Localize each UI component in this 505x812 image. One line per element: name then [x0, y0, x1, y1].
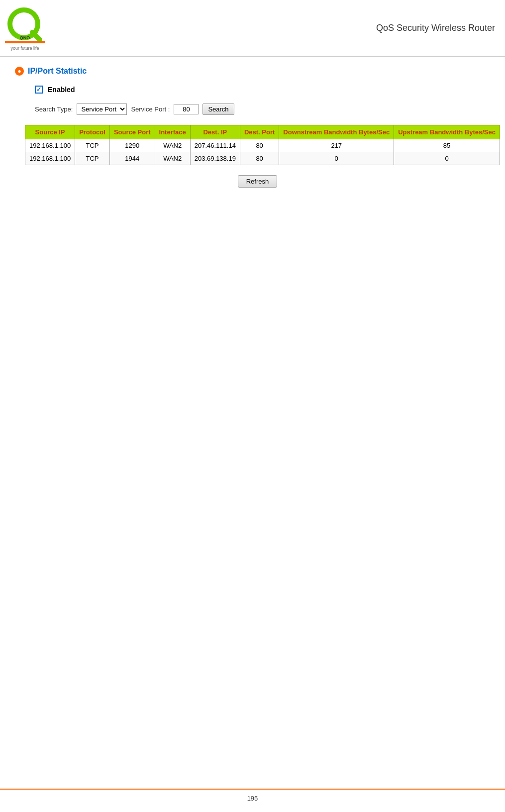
logo-tagline: your future life: [10, 46, 39, 51]
svg-line-1: [32, 32, 40, 40]
qno-logo: QNO your future life: [5, 5, 45, 51]
svg-rect-2: [5, 41, 45, 43]
table-body: 192.168.1.100TCP1290WAN2207.46.111.14802…: [25, 139, 500, 165]
page-title-row: ● IP/Port Statistic: [15, 67, 490, 76]
enabled-label: Enabled: [48, 86, 75, 94]
table-cell-7: 85: [394, 139, 500, 152]
col-interface: Interface: [155, 125, 190, 139]
page-footer: 195: [0, 789, 505, 802]
table-row: 192.168.1.100TCP1944WAN2203.69.138.19800…: [25, 152, 500, 165]
col-upstream: Upstream Bandwidth Bytes/Sec: [394, 125, 500, 139]
col-source-ip: Source IP: [25, 125, 75, 139]
table-cell-4: 207.46.111.14: [190, 139, 240, 152]
search-type-select[interactable]: Service Port: [77, 103, 127, 115]
col-dest-ip: Dest. IP: [190, 125, 240, 139]
table-cell-0: 192.168.1.100: [25, 152, 75, 165]
table-cell-6: 0: [279, 152, 394, 165]
table-cell-3: WAN2: [155, 152, 190, 165]
col-source-port: Source Port: [109, 125, 155, 139]
page-number: 195: [247, 795, 258, 802]
svg-text:QNO: QNO: [20, 35, 30, 40]
data-table: Source IP Protocol Source Port Interface…: [25, 125, 500, 165]
col-protocol: Protocol: [75, 125, 110, 139]
enabled-row: ✓ Enabled: [35, 86, 490, 94]
table-cell-0: 192.168.1.100: [25, 139, 75, 152]
table-cell-5: 80: [240, 139, 279, 152]
enabled-checkbox[interactable]: ✓: [35, 86, 43, 94]
service-port-label: Service Port :: [131, 105, 170, 113]
search-type-label: Search Type:: [35, 105, 73, 113]
refresh-button[interactable]: Refresh: [238, 175, 278, 188]
table-cell-4: 203.69.138.19: [190, 152, 240, 165]
page-title: IP/Port Statistic: [28, 67, 87, 76]
table-cell-2: 1290: [109, 139, 155, 152]
table-cell-1: TCP: [75, 152, 110, 165]
logo-svg: QNO: [5, 5, 45, 45]
table-cell-3: WAN2: [155, 139, 190, 152]
refresh-row: Refresh: [25, 175, 490, 188]
col-dest-port: Dest. Port: [240, 125, 279, 139]
table-cell-6: 217: [279, 139, 394, 152]
table-cell-2: 1944: [109, 152, 155, 165]
table-header: Source IP Protocol Source Port Interface…: [25, 125, 500, 139]
table-cell-5: 80: [240, 152, 279, 165]
col-downstream: Downstream Bandwidth Bytes/Sec: [279, 125, 394, 139]
main-content: ● IP/Port Statistic ✓ Enabled Search Typ…: [0, 57, 505, 212]
search-row: Search Type: Service Port Service Port :…: [35, 103, 490, 115]
table-cell-7: 0: [394, 152, 500, 165]
table-row: 192.168.1.100TCP1290WAN2207.46.111.14802…: [25, 139, 500, 152]
table-cell-1: TCP: [75, 139, 110, 152]
page-header: QNO your future life QoS Security Wirele…: [0, 0, 505, 57]
logo-area: QNO your future life: [5, 5, 45, 51]
service-port-input[interactable]: [174, 104, 199, 114]
header-title: QoS Security Wireless Router: [376, 23, 495, 33]
page-title-icon: ●: [15, 67, 24, 76]
search-button[interactable]: Search: [202, 103, 234, 115]
